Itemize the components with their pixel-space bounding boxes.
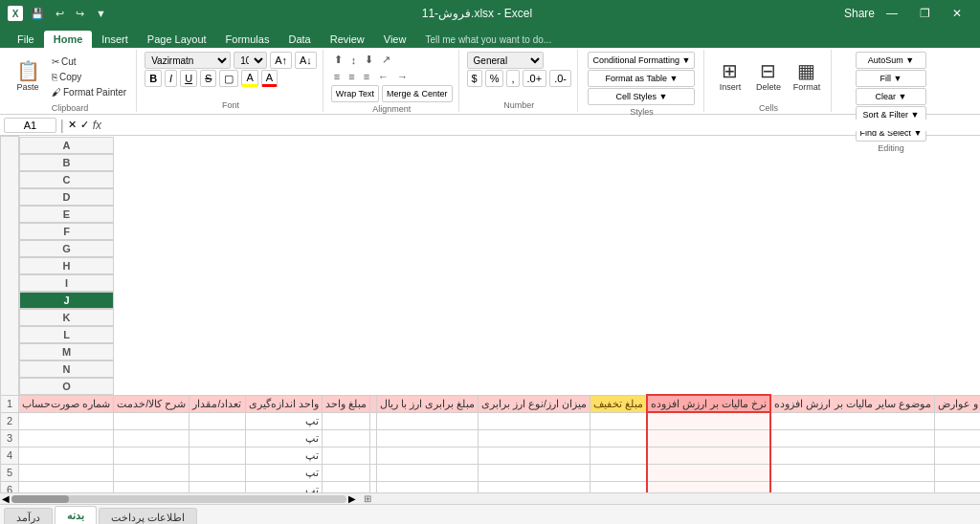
cell-f5[interactable] [369, 464, 376, 481]
cell-k3[interactable] [770, 429, 934, 447]
col-header-b[interactable]: B [19, 154, 114, 171]
indent-inc-button[interactable]: → [394, 69, 411, 84]
cell-h2[interactable] [478, 412, 590, 429]
header-cell-f1[interactable] [369, 395, 376, 412]
row-num-1[interactable]: 1 [1, 395, 19, 412]
cell-i4[interactable] [590, 447, 648, 464]
h-scrollbar-thumb[interactable] [11, 495, 69, 503]
cell-j4[interactable] [647, 447, 770, 464]
header-cell-d1[interactable]: واحد اندازه‌گیری [245, 395, 322, 412]
tab-view[interactable]: View [374, 31, 416, 48]
tab-formulas[interactable]: Formulas [216, 31, 279, 48]
cell-f2[interactable] [369, 412, 376, 429]
col-header-j[interactable]: J [19, 292, 114, 309]
cell-b5[interactable] [114, 464, 189, 481]
cell-g4[interactable] [376, 447, 478, 464]
col-header-l[interactable]: L [19, 326, 114, 343]
cell-b6[interactable] [114, 481, 189, 492]
cell-g6[interactable] [376, 481, 478, 492]
cell-a4[interactable] [19, 447, 114, 464]
row-num-2[interactable]: 2 [1, 412, 19, 429]
cell-l2[interactable] [934, 412, 980, 429]
sheet-tab-body[interactable]: بدنه [55, 506, 97, 525]
row-num-3[interactable]: 3 [1, 429, 19, 447]
header-cell-b1[interactable]: شرح کالا/خدمت [114, 395, 189, 412]
header-cell-k1[interactable]: موضوع سایر مالیات بر ارزش افزوده [770, 395, 934, 412]
orientation-button[interactable]: ↗ [379, 52, 393, 68]
cell-e4[interactable] [322, 447, 369, 464]
cell-h3[interactable] [478, 429, 590, 447]
header-cell-g1[interactable]: مبلغ برابری ارز با ریال [376, 395, 478, 412]
row-num-6[interactable]: 6 [1, 481, 19, 492]
sheet-tab-income[interactable]: درآمد [4, 508, 53, 525]
cell-c4[interactable] [189, 447, 245, 464]
cell-a3[interactable] [19, 429, 114, 447]
row-num-4[interactable]: 4 [1, 447, 19, 464]
font-color-button[interactable]: A [261, 70, 278, 87]
header-cell-l1[interactable]: موضوع سایر مالیات و عوارض [934, 395, 980, 412]
col-header-g[interactable]: G [19, 240, 114, 257]
align-right-button[interactable]: ≡ [361, 69, 372, 84]
cell-i2[interactable] [590, 412, 648, 429]
underline-button[interactable]: U [180, 70, 197, 87]
cell-d6[interactable]: تپ [245, 481, 322, 492]
tab-insert[interactable]: Insert [92, 31, 138, 48]
col-header-i[interactable]: I [19, 274, 114, 292]
cell-a5[interactable] [19, 464, 114, 481]
border-button[interactable]: ▢ [219, 70, 238, 87]
cell-i5[interactable] [590, 464, 648, 481]
cell-e3[interactable] [322, 429, 369, 447]
col-header-h[interactable]: H [19, 257, 114, 274]
cell-k5[interactable] [770, 464, 934, 481]
header-cell-c1[interactable]: تعداد/مقدار [189, 395, 245, 412]
align-center-button[interactable]: ≡ [345, 69, 357, 84]
cell-i3[interactable] [590, 429, 648, 447]
font-size-decrease[interactable]: A↓ [295, 52, 317, 69]
cell-f3[interactable] [369, 429, 376, 447]
cell-l5[interactable] [934, 464, 980, 481]
delete-cells-button[interactable]: ⊟ Delete [750, 52, 787, 101]
cell-c5[interactable] [189, 464, 245, 481]
header-cell-e1[interactable]: مبلغ واحد [322, 395, 369, 412]
tab-data[interactable]: Data [278, 31, 320, 48]
cell-c6[interactable] [189, 481, 245, 492]
cell-j5[interactable] [647, 464, 770, 481]
font-size-select[interactable]: 10 [234, 52, 267, 69]
horizontal-scroll[interactable]: ◀ ▶ ⊞ [0, 492, 980, 504]
format-cells-button[interactable]: ▦ Format [789, 52, 825, 101]
cell-j3[interactable] [647, 429, 770, 447]
col-header-e[interactable]: E [19, 206, 114, 223]
share-button[interactable]: Share [844, 0, 875, 27]
cell-b2[interactable] [114, 412, 189, 429]
tab-file[interactable]: File [8, 31, 44, 48]
col-header-a[interactable]: A [19, 137, 114, 154]
autosum-button[interactable]: AutoSum ▼ [856, 52, 927, 69]
fill-color-button[interactable]: A [241, 70, 257, 87]
customize-button[interactable]: ▼ [92, 6, 110, 21]
merge-center-button[interactable]: Merge & Center [382, 85, 453, 102]
header-cell-j1[interactable]: نرخ مالیات بر ارزش افزوده [647, 395, 770, 412]
cell-l3[interactable] [934, 429, 980, 447]
col-header-n[interactable]: N [19, 360, 114, 378]
cell-e5[interactable] [322, 464, 369, 481]
cell-d3[interactable]: تپ [245, 429, 322, 447]
cell-f6[interactable] [369, 481, 376, 492]
font-name-select[interactable]: Vazirmatn [145, 52, 231, 69]
cell-k4[interactable] [770, 447, 934, 464]
scroll-right-btn[interactable]: ▶ [348, 493, 356, 504]
cell-d2[interactable]: تپ [245, 412, 322, 429]
cell-d5[interactable]: تپ [245, 464, 322, 481]
indent-dec-button[interactable]: ← [375, 69, 391, 84]
cell-g3[interactable] [376, 429, 478, 447]
cell-c3[interactable] [189, 429, 245, 447]
align-left-button[interactable]: ≡ [331, 69, 343, 84]
restore-button[interactable]: ❐ [909, 0, 940, 27]
comma-button[interactable]: , [506, 70, 519, 87]
conditional-formatting-button[interactable]: Conditional Formatting ▼ [588, 52, 695, 69]
italic-button[interactable]: I [165, 70, 177, 87]
number-format-select[interactable]: General [467, 52, 544, 69]
tab-page-layout[interactable]: Page Layout [138, 31, 216, 48]
bold-button[interactable]: B [145, 70, 162, 87]
undo-button[interactable]: ↩ [52, 6, 68, 22]
cell-a2[interactable] [19, 412, 114, 429]
